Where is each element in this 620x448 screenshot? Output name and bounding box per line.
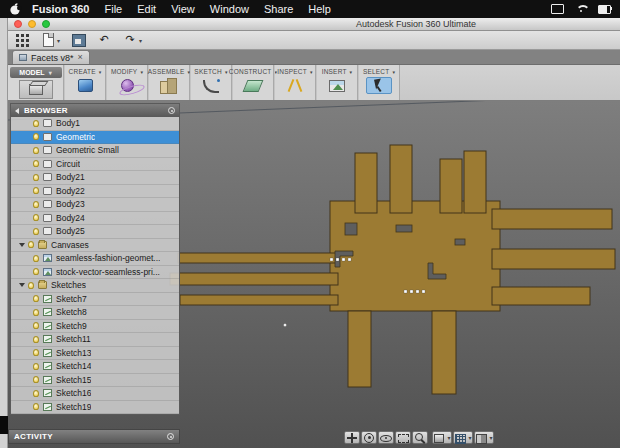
visibility-bulb-icon[interactable] — [33, 268, 39, 275]
ribbon-group-label[interactable]: CONSTRUCT — [229, 68, 277, 75]
disclosure-triangle-icon[interactable] — [19, 243, 25, 247]
menu-item[interactable]: Edit — [137, 3, 156, 15]
visibility-bulb-icon[interactable] — [33, 322, 39, 329]
collapse-panel-icon[interactable] — [15, 108, 19, 114]
workspace-dropdown[interactable]: MODEL — [10, 67, 62, 78]
tab-close-icon[interactable]: × — [78, 53, 83, 62]
ribbon-group-icon-button[interactable] — [118, 77, 137, 94]
visibility-bulb-icon[interactable] — [33, 160, 39, 167]
browser-item[interactable]: Sketch7 — [11, 293, 179, 307]
ribbon-group-icon-button[interactable] — [156, 77, 182, 94]
ribbon-group-label[interactable]: SELECT — [363, 68, 395, 75]
menu-item[interactable]: View — [171, 3, 195, 15]
browser-item[interactable]: Geometric — [11, 131, 179, 145]
browser-item[interactable]: Sketch19 — [11, 401, 179, 415]
model-geometry[interactable] — [170, 145, 615, 394]
ribbon-group-icon-button[interactable] — [282, 77, 308, 94]
visibility-bulb-icon[interactable] — [33, 133, 39, 140]
ribbon-group[interactable]: INSERT — [316, 65, 358, 100]
browser-item[interactable]: Canvases — [11, 239, 179, 253]
nav-button[interactable] — [412, 431, 428, 444]
activity-gear-icon[interactable] — [167, 433, 174, 440]
menu-item[interactable]: File — [104, 3, 122, 15]
document-tab[interactable]: Facets v8* × — [12, 50, 90, 64]
visibility-bulb-icon[interactable] — [33, 214, 39, 221]
ribbon-group[interactable]: CONSTRUCT — [232, 65, 274, 100]
browser-item[interactable]: Body23 — [11, 198, 179, 212]
browser-item[interactable]: Body24 — [11, 212, 179, 226]
visibility-bulb-icon[interactable] — [33, 295, 39, 302]
window-close-button[interactable] — [14, 20, 22, 28]
ribbon-group[interactable]: SELECT — [358, 65, 400, 100]
ribbon-group-label[interactable]: INSPECT — [277, 68, 312, 75]
display-settings-button[interactable] — [432, 431, 452, 444]
ribbon-group-label[interactable]: CREATE — [69, 68, 102, 75]
ribbon-group[interactable]: INSPECT — [274, 65, 316, 100]
workspace-icon-box[interactable] — [19, 80, 53, 99]
nav-button[interactable] — [395, 431, 411, 444]
visibility-bulb-icon[interactable] — [33, 403, 39, 410]
browser-item[interactable]: Sketch14 — [11, 360, 179, 374]
visibility-bulb-icon[interactable] — [33, 336, 39, 343]
browser-item[interactable]: Geometric Small — [11, 144, 179, 158]
toolbar-button[interactable]: ↷ — [120, 32, 144, 49]
nav-button[interactable] — [344, 431, 360, 444]
visibility-bulb-icon[interactable] — [33, 187, 39, 194]
nav-button[interactable] — [361, 431, 377, 444]
visibility-bulb-icon[interactable] — [33, 174, 39, 181]
visibility-bulb-icon[interactable] — [28, 282, 34, 289]
display-settings-button[interactable] — [474, 431, 494, 444]
browser-item[interactable]: Sketch8 — [11, 306, 179, 320]
visibility-bulb-icon[interactable] — [33, 120, 39, 127]
toolbar-button[interactable]: ↶ — [94, 32, 114, 49]
ribbon-group-icon-button[interactable] — [326, 77, 348, 95]
3d-viewport[interactable]: BROWSER Body1 Geometric — [8, 101, 620, 448]
menu-item[interactable]: Share — [264, 3, 293, 15]
visibility-bulb-icon[interactable] — [33, 349, 39, 356]
visibility-bulb-icon[interactable] — [33, 309, 39, 316]
disclosure-triangle-icon[interactable] — [19, 283, 25, 287]
ribbon-group-icon-button[interactable] — [75, 77, 96, 94]
visibility-bulb-icon[interactable] — [28, 241, 34, 248]
browser-item[interactable]: Body21 — [11, 171, 179, 185]
ribbon-group-label[interactable]: SKETCH — [194, 68, 227, 75]
sketch-point[interactable] — [284, 324, 287, 327]
display-status-icon[interactable] — [550, 2, 564, 14]
browser-gear-icon[interactable] — [168, 107, 175, 114]
toolbar-button[interactable] — [68, 32, 88, 49]
browser-item[interactable]: Sketch13 — [11, 347, 179, 361]
browser-item[interactable]: Body22 — [11, 185, 179, 199]
browser-item[interactable]: Circuit — [11, 158, 179, 172]
ribbon-group-label[interactable]: ASSEMBLE — [148, 68, 190, 75]
browser-item[interactable]: stock-vector-seamless-pri... — [11, 266, 179, 280]
ribbon-group[interactable]: CREATE — [64, 65, 106, 100]
browser-item[interactable]: Sketch11 — [11, 333, 179, 347]
visibility-bulb-icon[interactable] — [33, 376, 39, 383]
browser-item[interactable]: seamless-fashion-geomet... — [11, 252, 179, 266]
battery-status-icon[interactable] — [598, 2, 612, 14]
ribbon-group-icon-button[interactable] — [242, 77, 264, 95]
menu-item[interactable]: Help — [308, 3, 331, 15]
apple-menu-icon[interactable] — [8, 2, 22, 16]
visibility-bulb-icon[interactable] — [33, 228, 39, 235]
ribbon-group-label[interactable]: INSERT — [322, 68, 353, 75]
visibility-bulb-icon[interactable] — [33, 255, 39, 262]
visibility-bulb-icon[interactable] — [33, 201, 39, 208]
ribbon-group[interactable]: ASSEMBLE — [148, 65, 190, 100]
browser-item[interactable]: Sketch16 — [11, 387, 179, 401]
visibility-bulb-icon[interactable] — [33, 363, 39, 370]
toolbar-button[interactable] — [38, 32, 62, 49]
browser-item[interactable]: Sketch15 — [11, 374, 179, 388]
browser-item[interactable]: Sketch9 — [11, 320, 179, 334]
wifi-status-icon[interactable] — [574, 2, 588, 14]
ribbon-group-icon-button[interactable] — [366, 77, 392, 94]
visibility-bulb-icon[interactable] — [33, 147, 39, 154]
window-zoom-button[interactable] — [42, 20, 50, 28]
browser-item[interactable]: Body1 — [11, 117, 179, 131]
window-title-bar[interactable]: Autodesk Fusion 360 Ultimate — [8, 18, 620, 31]
visibility-bulb-icon[interactable] — [33, 390, 39, 397]
ribbon-group-icon-button[interactable] — [198, 77, 224, 94]
toolbar-button[interactable] — [12, 32, 32, 49]
ribbon-group[interactable]: SKETCH — [190, 65, 232, 100]
window-minimize-button[interactable] — [28, 20, 36, 28]
